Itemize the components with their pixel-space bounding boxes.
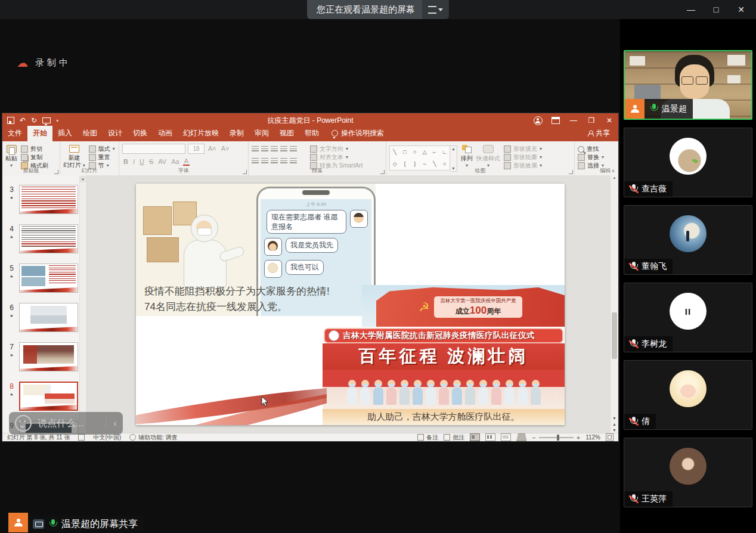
ribbon-tab[interactable]: 审阅 (249, 126, 274, 141)
align-right-icon[interactable] (271, 158, 278, 164)
clipboard-dialog-launcher[interactable] (54, 170, 58, 174)
line-spacing-icon[interactable] (290, 146, 297, 152)
reset-button[interactable]: 重置 (89, 154, 115, 161)
canvas-scrollbar[interactable]: ▲ ▼ ▲ ▼ (610, 175, 618, 433)
shape-glyph[interactable]: { (404, 162, 405, 167)
save-icon[interactable] (7, 117, 14, 124)
thumbnail-scroll-up-icon[interactable]: ▲ (80, 176, 86, 182)
shape-glyph[interactable]: □ (403, 150, 406, 155)
shape-glyph[interactable]: △ (423, 150, 427, 155)
slideshow-view-button[interactable] (516, 433, 526, 441)
justify-icon[interactable] (280, 158, 287, 164)
zoom-in-button[interactable]: + (577, 434, 580, 441)
paste-button[interactable]: 粘贴 ▾ (5, 143, 17, 168)
notes-button[interactable]: 备注 (417, 433, 438, 442)
participant-tile[interactable]: 温景超 (624, 50, 752, 120)
slide-thumbnail[interactable]: 4 ★ (7, 224, 78, 253)
change-case-button[interactable]: Aa (170, 158, 180, 165)
next-slide-button[interactable]: ▼ (612, 428, 616, 432)
ribbon-tab[interactable]: 切换 (128, 126, 153, 141)
shape-glyph[interactable]: ～ (422, 162, 427, 167)
align-left-icon[interactable] (252, 158, 259, 164)
ribbon-tab[interactable]: 开始 (27, 126, 52, 141)
participant-tile[interactable]: 查吉薇 (624, 128, 752, 197)
replace-button[interactable]: 替换 ▾ (578, 154, 604, 161)
cut-button[interactable]: 剪切 (21, 145, 48, 153)
ribbon-display-button[interactable] (547, 113, 565, 128)
ribbon-tab[interactable]: 设计 (103, 126, 128, 141)
font-color-button[interactable]: A (183, 157, 190, 166)
normal-view-button[interactable] (470, 433, 480, 441)
slide-thumbnail[interactable]: 6 ★ (7, 303, 78, 332)
thumbnail-scrollbar[interactable]: ▲ (79, 175, 86, 433)
shape-glyph[interactable]: ∟ (442, 150, 447, 155)
ribbon-tab[interactable]: 插入 (52, 126, 78, 141)
customize-qat-icon[interactable]: ▾ (56, 118, 58, 123)
share-button[interactable]: 共享 (588, 128, 618, 141)
underline-button[interactable]: U (138, 158, 145, 165)
comments-button[interactable]: 批注 (444, 433, 464, 442)
slide-sorter-view-button[interactable] (485, 433, 495, 441)
banner-menu-button[interactable] (422, 0, 449, 19)
arrange-button[interactable]: 排列 ▾ (461, 143, 473, 168)
ppt-minimize-button[interactable]: — (565, 113, 583, 128)
font-size-select[interactable]: 18 (188, 144, 205, 154)
previous-slide-button[interactable]: ▲ (612, 422, 616, 426)
start-slideshow-icon[interactable] (42, 117, 51, 123)
bullets-icon[interactable] (252, 146, 259, 152)
ppt-restore-button[interactable]: ❐ (583, 113, 600, 128)
slide-thumbnail[interactable]: 3 ★ (7, 185, 78, 214)
accessibility-indicator[interactable]: 辅助功能: 调查 (129, 433, 178, 442)
undo-icon[interactable]: ↶ (20, 117, 26, 124)
align-text-button[interactable]: 对齐文本 ▾ (310, 154, 362, 161)
close-button[interactable]: ✕ (729, 0, 754, 19)
emoji-icon[interactable] (15, 415, 32, 432)
font-name-select[interactable] (122, 144, 185, 154)
italic-button[interactable]: I (132, 158, 136, 165)
bold-button[interactable]: B (122, 158, 129, 165)
text-direction-button[interactable]: 文字方向 ▾ (310, 145, 362, 153)
chat-input[interactable]: 说点什么... (38, 417, 100, 430)
find-button[interactable]: 查找 (578, 145, 604, 153)
character-spacing-button[interactable]: AV (157, 158, 168, 165)
indent-decrease-icon[interactable] (271, 146, 278, 152)
shape-fill-button[interactable]: 形状填充 ▾ (504, 145, 542, 153)
fit-slide-to-window-button[interactable] (606, 433, 614, 441)
shape-glyph[interactable]: ╲ (394, 150, 396, 155)
maximize-button[interactable]: □ (704, 0, 729, 19)
layout-button[interactable]: 版式 ▾ (89, 145, 115, 153)
scrollbar-thumb[interactable] (612, 312, 617, 359)
collapse-chat-icon[interactable]: ‹ (112, 417, 118, 429)
quick-styles-button[interactable]: 快速样式 ▾ (476, 143, 500, 168)
ribbon-tab[interactable]: 帮助 (299, 126, 324, 141)
zoom-slider-thumb[interactable] (557, 435, 559, 441)
ribbon-tab[interactable]: 视图 (274, 126, 299, 141)
zoom-out-button[interactable]: − (532, 434, 535, 441)
ribbon-tab[interactable]: 幻灯片放映 (178, 126, 224, 141)
collapse-ribbon-button[interactable]: ˄ (612, 168, 615, 174)
shape-outline-button[interactable]: 形状轮廓 ▾ (504, 154, 542, 161)
ribbon-tab[interactable]: 绘图 (78, 126, 103, 141)
participant-tile[interactable]: 王英萍 (624, 438, 752, 507)
zoom-percentage[interactable]: 112% (585, 434, 600, 441)
indent-increase-icon[interactable] (280, 146, 287, 152)
drawing-dialog-launcher[interactable] (569, 170, 573, 174)
participant-tile[interactable]: 倩 (624, 360, 752, 430)
redo-icon[interactable]: ↻ (31, 117, 37, 124)
paragraph-dialog-launcher[interactable] (380, 170, 385, 174)
shape-glyph[interactable]: ⌐ (433, 150, 436, 155)
account-button[interactable] (529, 113, 547, 128)
grow-font-button[interactable]: A˄ (207, 145, 218, 152)
shape-glyph[interactable]: ○ (413, 150, 416, 155)
slide-thumbnail[interactable]: 7 ★ (7, 342, 78, 371)
ribbon-tab[interactable]: 动画 (153, 126, 178, 141)
font-dialog-launcher[interactable] (243, 170, 247, 174)
align-center-icon[interactable] (261, 158, 268, 164)
participant-tile[interactable]: II 李树龙 (624, 283, 752, 352)
numbering-icon[interactable] (261, 146, 268, 152)
slide-thumbnail[interactable]: 8 ★ (7, 382, 78, 411)
scroll-up-icon[interactable]: ▲ (611, 176, 618, 179)
shape-glyph[interactable]: ╲ (433, 162, 436, 167)
ribbon-tab[interactable]: 录制 (224, 126, 249, 141)
ppt-close-button[interactable]: ✕ (600, 113, 618, 128)
